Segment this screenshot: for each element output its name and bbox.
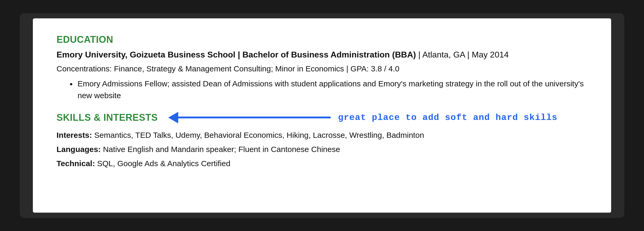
skills-section: SKILLS & INTERESTS great place to add so… bbox=[57, 112, 587, 171]
technical-label: Technical: bbox=[57, 159, 95, 168]
technical-value: SQL, Google Ads & Analytics Certified bbox=[95, 159, 230, 168]
languages-line: Languages: Native English and Mandarin s… bbox=[57, 142, 587, 156]
concentrations-line: Concentrations: Finance, Strategy & Mana… bbox=[57, 63, 587, 75]
arrowhead-icon bbox=[168, 112, 178, 123]
interests-label: Interests: bbox=[57, 131, 92, 139]
technical-line: Technical: SQL, Google Ads & Analytics C… bbox=[57, 156, 587, 171]
languages-value: Native English and Mandarin speaker; Flu… bbox=[101, 145, 340, 154]
arrow-line bbox=[168, 112, 331, 123]
skills-body: Interests: Semantics, TED Talks, Udemy, … bbox=[57, 128, 587, 171]
screen-container: EDUCATION Emory University, Goizueta Bus… bbox=[20, 13, 624, 218]
languages-label: Languages: bbox=[57, 145, 101, 154]
skills-header-row: SKILLS & INTERESTS great place to add so… bbox=[57, 112, 587, 123]
interests-line: Interests: Semantics, TED Talks, Udemy, … bbox=[57, 128, 587, 142]
interests-value: Semantics, TED Talks, Udemy, Behavioral … bbox=[92, 131, 424, 139]
bullet-admissions: Emory Admissions Fellow; assisted Dean o… bbox=[70, 78, 587, 101]
document: EDUCATION Emory University, Goizueta Bus… bbox=[33, 18, 611, 213]
education-heading: EDUCATION bbox=[57, 34, 587, 45]
arrow-shaft bbox=[178, 117, 331, 118]
skills-heading: SKILLS & INTERESTS bbox=[57, 112, 158, 123]
university-title: Emory University, Goizueta Business Scho… bbox=[57, 49, 587, 61]
university-name-bold: Emory University, Goizueta Business Scho… bbox=[57, 50, 416, 59]
annotation-text: great place to add soft and hard skills bbox=[338, 113, 558, 123]
education-section: EDUCATION Emory University, Goizueta Bus… bbox=[57, 34, 587, 101]
education-bullets: Emory Admissions Fellow; assisted Dean o… bbox=[57, 78, 587, 101]
annotation-arrow: great place to add soft and hard skills bbox=[168, 112, 558, 123]
university-suffix: | Atlanta, GA | May 2014 bbox=[416, 50, 509, 59]
